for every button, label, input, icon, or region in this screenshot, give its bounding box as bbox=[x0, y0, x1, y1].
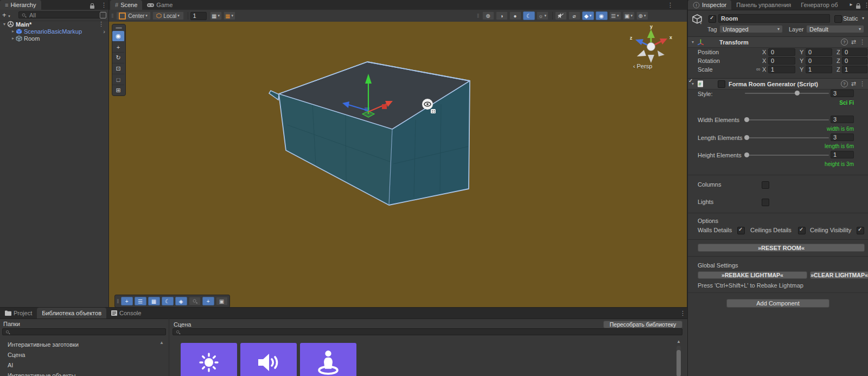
rebuild-library-button[interactable]: Пересобрать библиотеку bbox=[603, 321, 682, 328]
fx-dropdown-button[interactable]: ☼▾ bbox=[537, 11, 548, 20]
scene-camera-button[interactable]: ⊕ bbox=[482, 11, 494, 20]
projection-label[interactable]: ‹ Persp bbox=[633, 63, 652, 69]
add-object-button[interactable]: + ▾ bbox=[2, 11, 10, 19]
pivot-mode-dropdown[interactable]: Center▾ bbox=[116, 11, 151, 20]
scene-kebab-icon[interactable]: ⋮ bbox=[98, 21, 104, 28]
height-elements-slider[interactable] bbox=[745, 151, 829, 158]
transform-header[interactable]: ▾ Transform ? ⇄ ⋮ bbox=[688, 36, 868, 48]
rotation-y-field[interactable] bbox=[806, 57, 832, 65]
help-icon[interactable]: ? bbox=[841, 39, 848, 46]
position-y-field[interactable] bbox=[806, 48, 832, 56]
link-icon[interactable]: ∞ bbox=[756, 66, 761, 72]
foldout-open-icon[interactable]: ▾ bbox=[3, 22, 5, 27]
transform-overlay-button[interactable]: + bbox=[202, 297, 214, 305]
script-enabled-checkbox[interactable] bbox=[718, 80, 725, 88]
overlay-menu-button[interactable]: ▣▾ bbox=[623, 11, 635, 20]
folders-search-input[interactable] bbox=[12, 328, 163, 336]
folders-scroll-up-icon[interactable]: ▲ bbox=[159, 340, 164, 345]
transform-tool-button[interactable]: ⊞ bbox=[112, 85, 124, 95]
tab-hierarchy[interactable]: ≡ Hierarchy bbox=[0, 0, 41, 10]
kebab-icon[interactable]: ⋮ bbox=[859, 39, 865, 46]
audio-mute-button[interactable] bbox=[555, 11, 567, 20]
width-elements-value[interactable] bbox=[831, 116, 854, 123]
library-scrollbar[interactable] bbox=[676, 346, 681, 376]
reset-room-button[interactable]: »RESET ROOM« bbox=[698, 244, 865, 252]
library-tile-audio[interactable] bbox=[240, 343, 297, 376]
camera-overlay-button[interactable]: ▣ bbox=[216, 297, 228, 305]
folders-search[interactable] bbox=[2, 328, 166, 335]
rotation-x-field[interactable] bbox=[768, 57, 795, 65]
lighting-toggle-button[interactable]: ☾ bbox=[523, 11, 535, 20]
folder-item[interactable]: Сцена bbox=[8, 352, 25, 358]
tab-scroll-arrow-icon[interactable]: ► bbox=[849, 2, 853, 7]
folder-item[interactable]: AI bbox=[8, 362, 13, 368]
shading-mode-button[interactable]: ◑ bbox=[496, 11, 508, 20]
snap-increment-input[interactable] bbox=[190, 12, 207, 20]
2d-mode-button[interactable]: ● bbox=[509, 11, 521, 20]
tab-game[interactable]: Game bbox=[142, 0, 177, 10]
axis-orientation-gizmo[interactable]: y x z bbox=[628, 25, 675, 66]
tab-console[interactable]: Console bbox=[106, 308, 146, 318]
layer-dropdown[interactable]: Default▾ bbox=[806, 25, 864, 33]
rotation-z-field[interactable] bbox=[842, 57, 867, 65]
tag-dropdown[interactable]: Untagged▾ bbox=[719, 25, 783, 33]
position-x-field[interactable] bbox=[768, 48, 795, 56]
rect-tool-button[interactable]: □ bbox=[112, 74, 124, 85]
rebake-lightmap-button[interactable]: »REBAKE LIGHTMAP« bbox=[698, 271, 807, 279]
presets-icon[interactable]: ⇄ bbox=[851, 80, 856, 87]
clear-lightmap-button[interactable]: »CLEAR LIGHTMAP« bbox=[810, 271, 868, 279]
scale-y-field[interactable] bbox=[806, 66, 832, 73]
search-overlay-button[interactable] bbox=[189, 297, 201, 305]
move-tool-button[interactable]: + bbox=[112, 42, 124, 53]
static-checkbox[interactable] bbox=[834, 15, 842, 23]
presets-icon[interactable]: ⇄ bbox=[851, 39, 856, 46]
static-caret-icon[interactable]: ▾ bbox=[862, 16, 864, 21]
gameobject-enabled-checkbox[interactable] bbox=[709, 15, 716, 23]
scene-row-main[interactable]: ▾ Main* ⋮ bbox=[0, 21, 108, 28]
walls-details-checkbox[interactable] bbox=[737, 227, 745, 234]
layers-dropdown-button[interactable]: ☰▾ bbox=[609, 11, 621, 20]
settings-overlay-button[interactable]: ☰ bbox=[135, 297, 146, 305]
scene-kebab-icon[interactable]: ⋮ bbox=[667, 2, 673, 9]
style-value-field[interactable] bbox=[831, 90, 854, 97]
gizmo-off-button[interactable]: ⌀ bbox=[569, 11, 580, 20]
kebab-icon[interactable]: ⋮ bbox=[859, 80, 865, 87]
columns-checkbox[interactable] bbox=[762, 181, 769, 189]
folder-item[interactable]: Интерактивные объекты bbox=[8, 372, 75, 376]
length-elements-value[interactable] bbox=[831, 133, 854, 141]
add-component-button[interactable]: Add Component bbox=[726, 299, 829, 308]
view-options-overlay-button[interactable]: ◈ bbox=[175, 297, 187, 305]
lighting-overlay-button[interactable]: ☾ bbox=[162, 297, 174, 305]
tree-item-room[interactable]: ▸ Room bbox=[0, 35, 108, 42]
gizmos-dropdown-button[interactable]: ⊕▾ bbox=[636, 11, 648, 20]
style-slider[interactable] bbox=[745, 90, 829, 97]
space-mode-dropdown[interactable]: Local▾ bbox=[152, 11, 184, 20]
library-search[interactable] bbox=[173, 328, 682, 335]
folder-item[interactable]: Интерактивные заготовки bbox=[8, 341, 79, 348]
rotate-tool-button[interactable]: ↻ bbox=[112, 53, 124, 63]
scene-visibility-button[interactable]: ◉ bbox=[596, 11, 608, 20]
foldout-closed-icon[interactable]: ▸ bbox=[12, 29, 14, 34]
scene-picker-icon[interactable] bbox=[100, 12, 106, 18]
tab-inspector[interactable]: i Inspector bbox=[688, 0, 731, 10]
ceiling-visibility-checkbox[interactable] bbox=[857, 227, 864, 234]
tab-object-library[interactable]: Библиотека объектов bbox=[37, 308, 106, 318]
overlay-drag-handle[interactable] bbox=[112, 24, 125, 31]
tab-control-panel[interactable]: Панель управления bbox=[731, 0, 796, 10]
move-overlay-button[interactable]: + bbox=[121, 297, 133, 305]
foldout-open-icon[interactable]: ▾ bbox=[692, 40, 694, 44]
lights-checkbox[interactable] bbox=[762, 199, 769, 206]
library-tile-spawn-point[interactable] bbox=[300, 343, 356, 376]
gameobject-name-field[interactable] bbox=[718, 14, 830, 23]
hierarchy-search-input[interactable] bbox=[28, 11, 98, 19]
grid-overlay-button[interactable]: ▦ bbox=[148, 297, 160, 305]
prefab-open-arrow[interactable]: › bbox=[103, 28, 105, 35]
kebab-icon[interactable]: ⋮ bbox=[101, 2, 107, 9]
width-elements-slider[interactable] bbox=[745, 116, 829, 123]
grid-snap-button[interactable]: ▦▾ bbox=[210, 11, 222, 20]
kebab-icon[interactable]: ⋮ bbox=[864, 2, 868, 9]
lock-icon[interactable] bbox=[90, 3, 94, 10]
height-elements-value[interactable] bbox=[831, 151, 854, 158]
scene-canvas[interactable]: ◉ + ↻ ⊡ □ ⊞ y x z ‹ Persp bbox=[109, 22, 687, 307]
lock-icon[interactable] bbox=[856, 3, 860, 10]
